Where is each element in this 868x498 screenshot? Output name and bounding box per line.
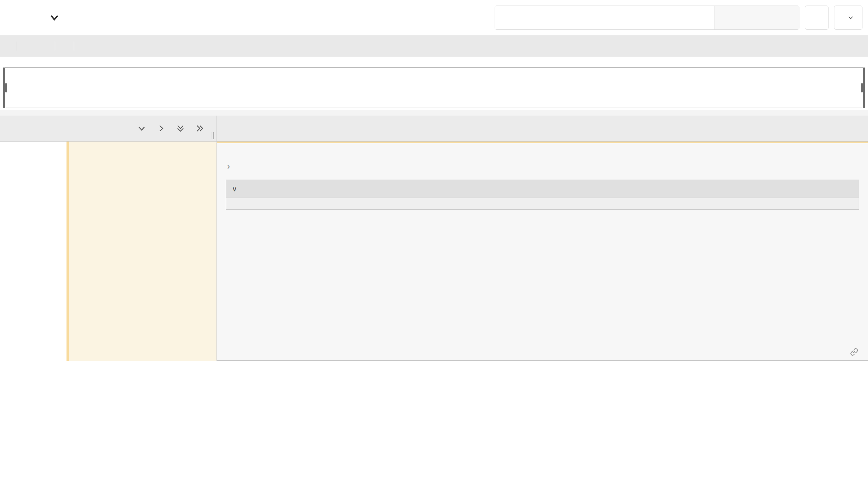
minimap-left-scrubber[interactable] [3,68,5,108]
span-detail-row: › ∨ [0,142,868,361]
expanded-accent-background [69,142,216,361]
minimap-axis [0,57,868,67]
column-resize-handle[interactable] [211,132,214,139]
logs-section: ∨ [226,180,859,210]
minimap-canvas[interactable] [3,67,865,108]
back-button[interactable] [0,0,38,35]
expand-all-icon[interactable] [195,124,204,133]
trace-view: › ∨ [0,0,868,498]
timeline-ticks-header [216,116,868,141]
find-box [495,6,799,30]
span-detail-panel: › ∨ [216,142,868,361]
copy-link-icon[interactable] [850,348,858,356]
trace-minimap [0,57,868,110]
logs-footer-note [226,198,859,209]
minimap-right-scrubber[interactable] [863,68,865,108]
view-selector-button[interactable] [834,6,862,30]
span-color-strip [67,142,69,361]
find-controls [714,6,799,29]
search-input[interactable] [495,6,714,29]
service-operation-header [0,116,216,141]
collapse-all-icon[interactable] [176,124,185,133]
keyboard-shortcuts-button[interactable] [805,6,829,30]
logs-header[interactable]: ∨ [226,180,859,198]
span-color-accent-bar [217,142,868,143]
tags-expand-icon[interactable]: › [227,162,230,171]
span-id-row [844,348,858,356]
page-header [0,0,868,35]
tags-row[interactable]: › [226,162,859,171]
collapse-one-icon[interactable] [137,124,146,133]
chevron-down-icon [848,15,854,21]
expand-one-icon[interactable] [157,124,166,133]
title-chevron-down-icon[interactable] [49,12,60,23]
minimap-scroll-indicator [0,109,868,111]
timeline-header-row [0,116,868,142]
trace-stats-bar [0,35,868,57]
trace-title-group [49,12,71,23]
logs-collapse-icon: ∨ [232,184,237,193]
header-actions [495,6,868,30]
span-detail-indent-column [0,142,216,361]
